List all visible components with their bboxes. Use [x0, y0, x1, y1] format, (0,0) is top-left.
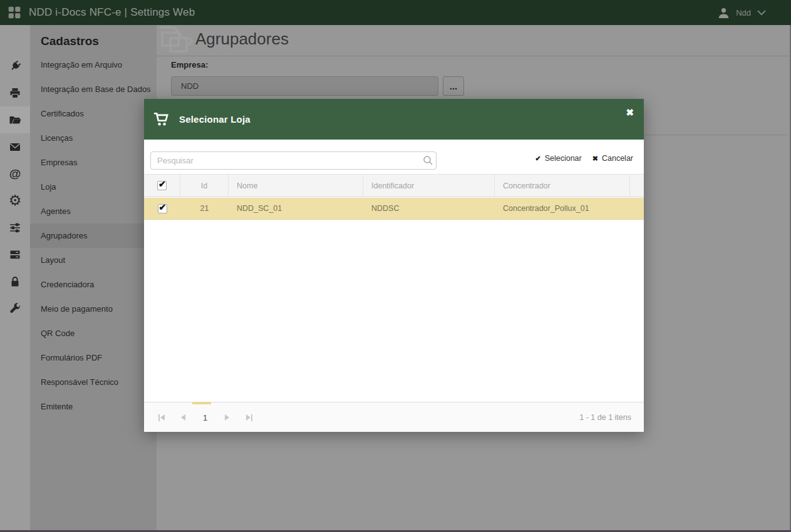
next-page-button[interactable]	[216, 408, 238, 427]
column-header-concentrador[interactable]: Concentrador	[495, 175, 630, 197]
row-checkbox-cell: ✔	[144, 198, 180, 219]
cell-concentrador: Concentrador_Pollux_01	[495, 198, 630, 219]
cart-icon	[153, 112, 171, 126]
dialog-header: Selecionar Loja ✖	[144, 99, 644, 140]
selecionar-loja-dialog: Selecionar Loja ✖ ✔ Selecionar ✖ Cancela…	[144, 99, 644, 432]
select-button-label: Selecionar	[545, 154, 582, 163]
dialog-actions: ✔ Selecionar ✖ Cancelar	[535, 154, 633, 163]
select-all-cell: ✔	[144, 175, 180, 197]
search-input[interactable]	[150, 151, 437, 170]
cell-identificador: NDDSC	[363, 198, 495, 219]
table-row[interactable]: ✔ 21 NDD_SC_01 NDDSC Concentrador_Pollux…	[144, 198, 644, 220]
cell-nome: NDD_SC_01	[229, 198, 363, 219]
cancel-button[interactable]: ✖ Cancelar	[592, 154, 633, 163]
table-header-row: ✔ Id Nome Identificador Concentrador	[144, 174, 644, 197]
page-number[interactable]: 1	[194, 413, 216, 422]
app-screen: NDD i-Docs NFC-e | Settings Web Ndd @	[0, 0, 791, 532]
column-header-identificador[interactable]: Identificador	[363, 175, 495, 197]
pager-controls: 1	[150, 402, 260, 432]
cell-filler	[630, 198, 644, 219]
pager: 1 1 - 1 de 1 itens	[144, 402, 644, 432]
cancel-button-label: Cancelar	[602, 154, 633, 163]
row-checkbox[interactable]: ✔	[158, 204, 167, 213]
first-page-button[interactable]	[150, 408, 172, 427]
pager-summary: 1 - 1 de 1 itens	[579, 402, 631, 432]
dialog-title: Selecionar Loja	[179, 114, 251, 125]
select-button[interactable]: ✔ Selecionar	[535, 154, 581, 163]
column-header-nome[interactable]: Nome	[229, 175, 363, 197]
select-all-checkbox[interactable]: ✔	[157, 181, 167, 190]
close-icon[interactable]: ✖	[626, 108, 634, 117]
cell-id: 21	[180, 198, 229, 219]
x-icon: ✖	[592, 155, 598, 163]
check-icon: ✔	[535, 155, 540, 163]
last-page-button[interactable]	[238, 408, 260, 427]
search-icon	[423, 155, 433, 166]
column-header-id[interactable]: Id	[180, 175, 229, 197]
previous-page-button[interactable]	[172, 408, 194, 427]
column-header-filler	[630, 175, 644, 197]
